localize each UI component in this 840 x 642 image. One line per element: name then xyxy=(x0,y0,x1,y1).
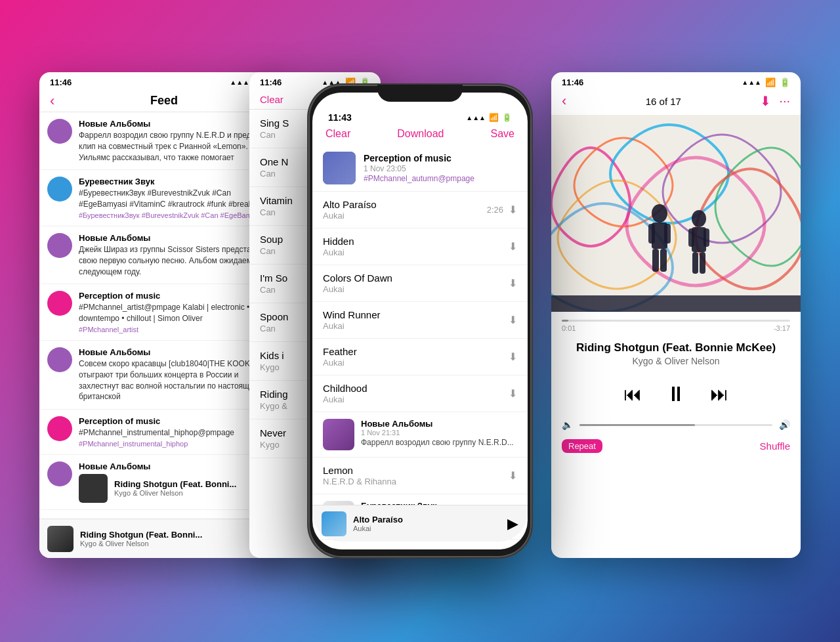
phone-currently-playing[interactable]: Alto Paraíso Aukai ▶ xyxy=(312,505,528,542)
song-download-5[interactable]: ⬇ xyxy=(509,351,517,363)
channel-date-1: 1 Nov 21:31 xyxy=(361,429,517,437)
player-nav: ‹ 16 of 17 ⬇ ··· xyxy=(551,90,801,115)
avatar-3 xyxy=(47,233,72,258)
svg-rect-9 xyxy=(688,228,694,247)
avatar-5 xyxy=(47,347,72,372)
player-controls: ⏮ ⏸ ⏭ xyxy=(551,372,801,417)
svg-rect-12 xyxy=(700,252,705,274)
song-item-5[interactable]: Feather Aukai ⬇ xyxy=(312,339,528,375)
feed-channel-4: Perception of music xyxy=(79,291,160,301)
right-wifi: 📶 xyxy=(765,77,776,87)
right-panel-player: 11:46 ▲▲▲ 📶 🔋 ‹ 16 of 17 ⬇ ··· xyxy=(551,72,801,558)
song-download-6[interactable]: ⬇ xyxy=(509,387,517,400)
phone-bottom-thumb xyxy=(322,511,346,536)
next-button[interactable]: ⏭ xyxy=(710,383,728,405)
svg-rect-13 xyxy=(551,295,801,312)
pinned-date: 1 Nov 23:05 xyxy=(364,164,517,173)
album-art xyxy=(551,115,801,312)
phone-bottom-artist: Aukai xyxy=(353,524,501,532)
phone-song-list: Alto Paraíso Aukai 2:26 ⬇ Hidden Aukai ⬇… xyxy=(312,192,528,412)
play-pause-button[interactable]: ⏸ xyxy=(665,382,686,406)
song-download-3[interactable]: ⬇ xyxy=(509,277,517,289)
song-download-4[interactable]: ⬇ xyxy=(509,314,517,326)
song-duration-1: 2:26 xyxy=(487,205,503,215)
player-song-title: Riding Shotgun (Feat. Bonnie McKee) xyxy=(562,341,790,354)
album-art-svg xyxy=(551,115,801,312)
phone-signal: ▲▲▲ xyxy=(466,114,486,121)
song-download-2[interactable]: ⬇ xyxy=(509,240,517,253)
right-time: 11:46 xyxy=(562,77,583,87)
player-title-section: Riding Shotgun (Feat. Bonnie McKee) Kygo… xyxy=(551,336,801,372)
phone-clear-btn[interactable]: Clear xyxy=(326,128,350,140)
phone-notch xyxy=(377,85,463,102)
svg-rect-11 xyxy=(692,252,698,274)
prev-button[interactable]: ⏮ xyxy=(623,383,642,405)
now-playing-title: Riding Shotgun (Feat. Bonni... xyxy=(80,530,263,540)
avatar-6 xyxy=(47,416,72,441)
now-playing-artist: Kygo & Oliver Nelson xyxy=(80,540,263,547)
more-icon[interactable]: ··· xyxy=(779,93,790,109)
player-action-icons: ⬇ ··· xyxy=(760,93,790,109)
svg-rect-4 xyxy=(664,224,671,244)
progress-remaining: -3:17 xyxy=(774,324,790,332)
song-item-3[interactable]: Colors Of Dawn Aukai ⬇ xyxy=(312,265,528,302)
phone-nav: Clear Download Save xyxy=(312,127,528,145)
channel-post-1[interactable]: Новые Альбомы 1 Nov 21:31 Фаррелл возрод… xyxy=(312,412,528,458)
svg-rect-5 xyxy=(652,249,659,272)
feed-channel-7: Новые Альбомы xyxy=(79,461,150,471)
phone-play-button[interactable]: ▶ xyxy=(507,515,518,532)
player-footer: Repeat Shuffle xyxy=(551,433,801,460)
right-battery: 🔋 xyxy=(780,77,790,87)
song-item-2[interactable]: Hidden Aukai ⬇ xyxy=(312,228,528,265)
player-artist: Kygo & Oliver Nelson xyxy=(562,356,790,366)
channel-name-1: Новые Альбомы xyxy=(361,419,517,429)
np-title-left: Riding Shotgun (Feat. Bonni... xyxy=(114,479,236,489)
right-signal: ▲▲▲ xyxy=(742,79,761,86)
svg-point-7 xyxy=(692,210,706,227)
feed-title: Feed xyxy=(150,94,178,108)
song-item-6[interactable]: Childhood Aukai ⬇ xyxy=(312,375,528,412)
song-lemon[interactable]: Lemon N.E.R.D & Rihanna ⬇ xyxy=(312,458,528,494)
center-clear-btn[interactable]: Clear xyxy=(260,94,284,105)
avatar-4 xyxy=(47,291,72,316)
song-item-4[interactable]: Wind Runner Aukai ⬇ xyxy=(312,302,528,339)
pinned-post[interactable]: Perception of music 1 Nov 23:05 #PMchann… xyxy=(312,145,528,192)
pinned-thumb xyxy=(323,152,356,184)
feed-channel-3: Новые Альбомы xyxy=(79,233,150,243)
song-item-1[interactable]: Alto Paraíso Aukai 2:26 ⬇ xyxy=(312,192,528,228)
player-back-icon[interactable]: ‹ xyxy=(562,93,566,110)
progress-current: 0:01 xyxy=(562,324,576,332)
channel-thumb-1 xyxy=(323,419,354,450)
phone-download-btn[interactable]: Download xyxy=(397,128,444,140)
svg-rect-3 xyxy=(648,224,655,244)
volume-track[interactable] xyxy=(579,424,772,426)
channel-text-1: Фаррелл возродил свою группу N.E.R.D... xyxy=(361,438,517,448)
avatar-2 xyxy=(47,177,72,202)
volume-low-icon: 🔈 xyxy=(562,419,573,430)
download-icon[interactable]: ⬇ xyxy=(760,93,771,109)
left-time: 11:46 xyxy=(50,77,72,87)
pinned-handle: #PMchannel_autumn@pmpage xyxy=(364,174,517,183)
avatar-7 xyxy=(47,461,72,486)
right-status-bar: 11:46 ▲▲▲ 📶 🔋 xyxy=(551,72,801,90)
progress-fill xyxy=(562,320,568,322)
phone-battery: 🔋 xyxy=(502,113,512,122)
progress-track[interactable] xyxy=(562,320,790,322)
progress-section: 0:01 -3:17 xyxy=(551,312,801,336)
song-download-lemon[interactable]: ⬇ xyxy=(509,469,517,482)
back-arrow-icon[interactable]: ‹ xyxy=(50,93,54,110)
svg-rect-10 xyxy=(704,228,709,247)
phone-bottom-title: Alto Paraíso xyxy=(353,515,501,524)
now-playing-info: Riding Shotgun (Feat. Bonni... Kygo & Ol… xyxy=(80,530,263,547)
pinned-channel: Perception of music xyxy=(364,153,517,163)
song-download-1[interactable]: ⬇ xyxy=(509,203,517,216)
phone-screen: 11:43 ▲▲▲ 📶 🔋 Clear Download Save Percep… xyxy=(312,93,528,549)
progress-times: 0:01 -3:17 xyxy=(562,324,790,332)
repeat-button[interactable]: Repeat xyxy=(562,439,602,453)
phone-save-btn[interactable]: Save xyxy=(491,128,514,140)
track-count: 16 of 17 xyxy=(646,96,681,107)
svg-point-1 xyxy=(652,204,667,223)
volume-fill xyxy=(579,424,695,426)
shuffle-button[interactable]: Shuffle xyxy=(760,440,790,452)
phone-time: 11:43 xyxy=(328,112,352,123)
